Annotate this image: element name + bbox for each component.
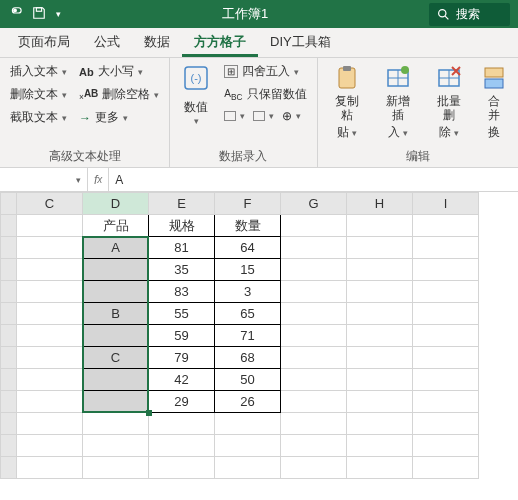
cell-C8[interactable] xyxy=(17,369,83,391)
search-box[interactable]: 搜索 xyxy=(429,3,510,26)
trim-spaces-button[interactable]: ×AB 删除空格 ▾ xyxy=(77,85,161,104)
tab-page-layout[interactable]: 页面布局 xyxy=(6,27,82,57)
batch-delete-button[interactable]: 批量删除 ▾ xyxy=(428,62,471,146)
data-entry-misc[interactable]: ▾ ▾ ⊕▾ xyxy=(222,108,308,124)
col-header-F[interactable]: F xyxy=(215,193,281,215)
cell-D11[interactable] xyxy=(83,435,149,457)
cell-I2[interactable] xyxy=(413,237,479,259)
cell-G8[interactable] xyxy=(281,369,347,391)
cell-H2[interactable] xyxy=(347,237,413,259)
cell-H5[interactable] xyxy=(347,303,413,325)
cell-C1[interactable] xyxy=(17,215,83,237)
cell-G12[interactable] xyxy=(281,457,347,479)
cell-E11[interactable] xyxy=(149,435,215,457)
formula-value[interactable]: A xyxy=(109,173,129,187)
cell-I1[interactable] xyxy=(413,215,479,237)
cell-H9[interactable] xyxy=(347,391,413,413)
cell-E8[interactable]: 42 xyxy=(149,369,215,391)
worksheet-grid[interactable]: CDEFGHI产品规格数量A81643515833B55655971C79684… xyxy=(0,192,518,479)
cell-G9[interactable] xyxy=(281,391,347,413)
cell-I7[interactable] xyxy=(413,347,479,369)
cell-E12[interactable] xyxy=(149,457,215,479)
tab-formulas[interactable]: 公式 xyxy=(82,27,132,57)
cell-F11[interactable] xyxy=(215,435,281,457)
cell-E3[interactable]: 35 xyxy=(149,259,215,281)
col-header-E[interactable]: E xyxy=(149,193,215,215)
cell-D8[interactable] xyxy=(83,369,149,391)
cell-I6[interactable] xyxy=(413,325,479,347)
insert-button[interactable]: 新增插入 ▾ xyxy=(377,62,420,146)
row-header[interactable] xyxy=(1,215,17,237)
cell-H4[interactable] xyxy=(347,281,413,303)
tab-data[interactable]: 数据 xyxy=(132,27,182,57)
cell-G4[interactable] xyxy=(281,281,347,303)
cell-C4[interactable] xyxy=(17,281,83,303)
row-header[interactable] xyxy=(1,369,17,391)
row-header[interactable] xyxy=(1,413,17,435)
cell-C10[interactable] xyxy=(17,413,83,435)
insert-text-button[interactable]: 插入文本 ▾ xyxy=(8,62,69,81)
cell-F4[interactable]: 3 xyxy=(215,281,281,303)
cell-E1[interactable]: 规格 xyxy=(149,215,215,237)
save-icon[interactable] xyxy=(32,6,46,23)
col-header-D[interactable]: D xyxy=(83,193,149,215)
delete-text-button[interactable]: 删除文本 ▾ xyxy=(8,85,69,104)
cell-H3[interactable] xyxy=(347,259,413,281)
row-header[interactable] xyxy=(1,259,17,281)
cell-I10[interactable] xyxy=(413,413,479,435)
keep-values-button[interactable]: ABC 只保留数值 xyxy=(222,85,308,104)
col-header-G[interactable]: G xyxy=(281,193,347,215)
cell-F5[interactable]: 65 xyxy=(215,303,281,325)
cell-G11[interactable] xyxy=(281,435,347,457)
row-header[interactable] xyxy=(1,391,17,413)
extract-text-button[interactable]: 截取文本 ▾ xyxy=(8,108,69,127)
cell-G6[interactable] xyxy=(281,325,347,347)
cell-D4[interactable] xyxy=(83,281,149,303)
cell-E9[interactable]: 29 xyxy=(149,391,215,413)
row-header[interactable] xyxy=(1,281,17,303)
cell-C6[interactable] xyxy=(17,325,83,347)
copy-paste-button[interactable]: 复制粘贴 ▾ xyxy=(326,62,369,146)
cell-F10[interactable] xyxy=(215,413,281,435)
case-button[interactable]: Ab 大小写 ▾ xyxy=(77,62,161,81)
row-header[interactable] xyxy=(1,347,17,369)
cell-C7[interactable] xyxy=(17,347,83,369)
cell-C9[interactable] xyxy=(17,391,83,413)
cell-C3[interactable] xyxy=(17,259,83,281)
cell-H11[interactable] xyxy=(347,435,413,457)
cell-H8[interactable] xyxy=(347,369,413,391)
cell-H7[interactable] xyxy=(347,347,413,369)
cell-D7[interactable]: C xyxy=(83,347,149,369)
tab-diy[interactable]: DIY工具箱 xyxy=(258,27,343,57)
tab-fangfang[interactable]: 方方格子 xyxy=(182,27,258,57)
cell-F3[interactable]: 15 xyxy=(215,259,281,281)
cell-I11[interactable] xyxy=(413,435,479,457)
cell-E7[interactable]: 79 xyxy=(149,347,215,369)
cell-D12[interactable] xyxy=(83,457,149,479)
cell-I12[interactable] xyxy=(413,457,479,479)
cell-D2[interactable]: A xyxy=(83,237,149,259)
cell-F9[interactable]: 26 xyxy=(215,391,281,413)
col-header-H[interactable]: H xyxy=(347,193,413,215)
cell-I5[interactable] xyxy=(413,303,479,325)
cell-D9[interactable] xyxy=(83,391,149,413)
more-text-button[interactable]: → 更多 ▾ xyxy=(77,108,161,127)
row-header[interactable] xyxy=(1,325,17,347)
cell-H6[interactable] xyxy=(347,325,413,347)
autosave-icon[interactable] xyxy=(8,6,22,23)
cell-E5[interactable]: 55 xyxy=(149,303,215,325)
cell-G5[interactable] xyxy=(281,303,347,325)
cell-H1[interactable] xyxy=(347,215,413,237)
cell-E4[interactable]: 83 xyxy=(149,281,215,303)
cell-E10[interactable] xyxy=(149,413,215,435)
name-box[interactable]: ▾ xyxy=(0,168,88,191)
row-header[interactable] xyxy=(1,457,17,479)
cell-D5[interactable]: B xyxy=(83,303,149,325)
merge-button[interactable]: 合并换 xyxy=(479,62,510,146)
cell-G7[interactable] xyxy=(281,347,347,369)
cell-H12[interactable] xyxy=(347,457,413,479)
cell-F6[interactable]: 71 xyxy=(215,325,281,347)
numeric-button[interactable]: (-) 数值 ▾ xyxy=(178,62,214,146)
cell-I4[interactable] xyxy=(413,281,479,303)
cell-C5[interactable] xyxy=(17,303,83,325)
